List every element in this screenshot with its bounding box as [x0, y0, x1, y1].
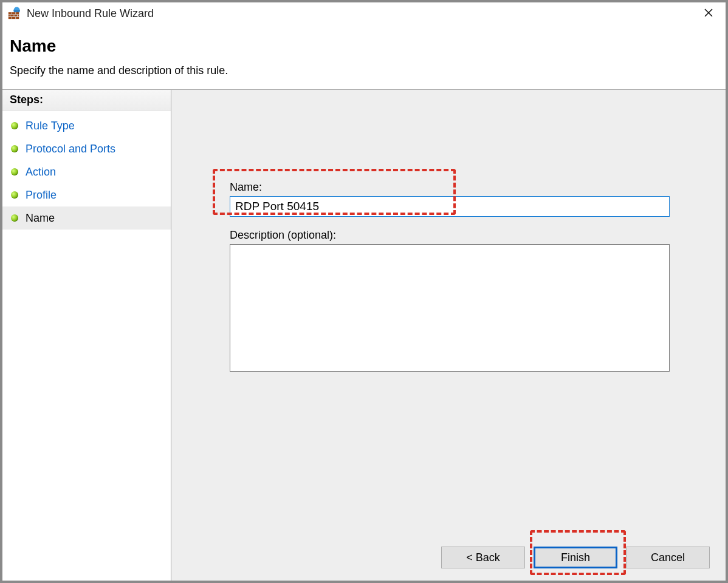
step-label: Name [26, 212, 55, 225]
close-icon [704, 8, 713, 19]
step-profile[interactable]: Profile [2, 183, 171, 206]
step-bullet-icon [11, 122, 18, 129]
step-name[interactable]: Name [2, 206, 171, 230]
step-label: Protocol and Ports [26, 143, 115, 155]
step-bullet-icon [11, 214, 18, 222]
step-rule-type[interactable]: Rule Type [2, 114, 171, 137]
name-field-group: Name: [230, 181, 683, 217]
step-bullet-icon [11, 145, 18, 152]
step-label: Action [26, 166, 56, 179]
wizard-body: Steps: Rule Type Protocol and Ports Acti… [2, 90, 726, 581]
cancel-button[interactable]: Cancel [626, 547, 710, 568]
close-button[interactable] [696, 4, 721, 22]
description-input[interactable] [230, 244, 670, 372]
back-button[interactable]: < Back [441, 547, 525, 568]
window-title: New Inbound Rule Wizard [27, 7, 696, 20]
steps-heading: Steps: [2, 90, 171, 111]
steps-list: Rule Type Protocol and Ports Action Prof… [2, 111, 171, 230]
form-area: Name: Description (optional): [230, 181, 683, 375]
wizard-window: New Inbound Rule Wizard Name Specify the… [0, 0, 728, 583]
step-bullet-icon [11, 168, 18, 176]
page-subtitle: Specify the name and description of this… [10, 64, 726, 77]
titlebar: New Inbound Rule Wizard [2, 2, 726, 24]
steps-sidebar: Steps: Rule Type Protocol and Ports Acti… [2, 90, 171, 581]
description-label: Description (optional): [230, 229, 683, 242]
step-protocol-and-ports[interactable]: Protocol and Ports [2, 137, 171, 160]
wizard-main: Name: Description (optional): < Back Fin… [171, 90, 726, 581]
step-label: Profile [26, 189, 57, 202]
name-label: Name: [230, 181, 683, 194]
firewall-icon [7, 7, 21, 20]
step-label: Rule Type [26, 120, 75, 132]
finish-button[interactable]: Finish [534, 547, 617, 568]
step-action[interactable]: Action [2, 160, 171, 183]
description-field-group: Description (optional): [230, 229, 683, 375]
step-bullet-icon [11, 191, 18, 199]
wizard-header: Name Specify the name and description of… [2, 24, 726, 89]
wizard-buttons: < Back Finish Cancel [441, 547, 710, 568]
page-title: Name [10, 36, 726, 56]
name-input[interactable] [230, 196, 670, 217]
